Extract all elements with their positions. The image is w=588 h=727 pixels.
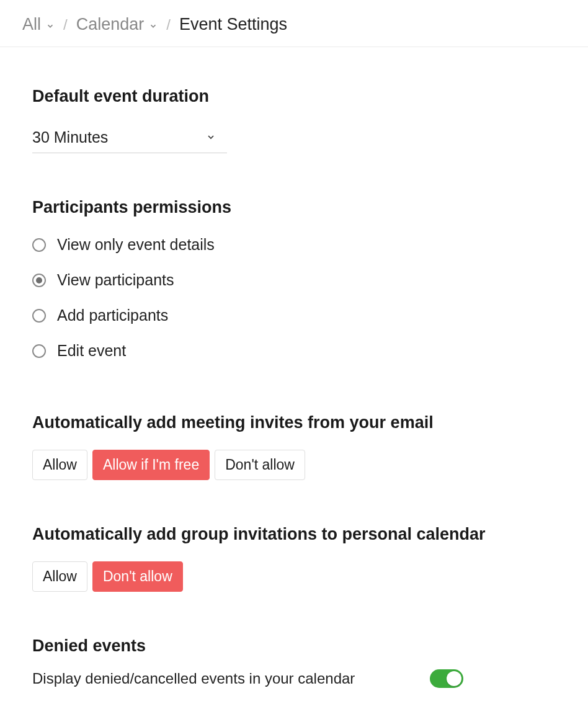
radio-icon	[32, 344, 46, 358]
permission-option-view-details[interactable]: View only event details	[32, 227, 556, 262]
radio-label: Add participants	[57, 306, 168, 324]
section-duration: Default event duration 30 Minutes	[32, 87, 556, 153]
radio-icon	[32, 238, 46, 252]
breadcrumb-mid-label: Calendar	[76, 15, 145, 34]
meeting-invites-title: Automatically add meeting invites from y…	[32, 413, 556, 432]
section-denied-events: Denied events Display denied/cancelled e…	[32, 636, 556, 688]
chevron-down-icon	[46, 22, 55, 30]
breadcrumb-mid[interactable]: Calendar	[76, 15, 158, 34]
group-invites-allow[interactable]: Allow	[32, 561, 87, 592]
section-group-invites: Automatically add group invitations to p…	[32, 525, 556, 592]
duration-title: Default event duration	[32, 87, 556, 106]
content: Default event duration 30 Minutes Partic…	[0, 47, 588, 727]
breadcrumb-separator: /	[166, 16, 171, 33]
group-invites-dont-allow[interactable]: Don't allow	[92, 561, 183, 592]
breadcrumb: All / Calendar / Event Settings	[0, 0, 588, 47]
radio-icon	[32, 309, 46, 323]
radio-label: View participants	[57, 271, 174, 289]
meeting-invites-group: Allow Allow if I'm free Don't allow	[32, 450, 556, 480]
section-meeting-invites: Automatically add meeting invites from y…	[32, 413, 556, 480]
section-permissions: Participants permissions View only event…	[32, 198, 556, 368]
breadcrumb-current: Event Settings	[179, 15, 287, 34]
denied-toggle[interactable]	[430, 669, 463, 688]
radio-label: Edit event	[57, 342, 126, 360]
breadcrumb-current-label: Event Settings	[179, 15, 287, 34]
breadcrumb-separator: /	[63, 16, 68, 33]
group-invites-group: Allow Don't allow	[32, 561, 556, 592]
radio-label: View only event details	[57, 236, 215, 254]
chevron-down-icon	[206, 132, 216, 142]
denied-title: Denied events	[32, 636, 556, 656]
meeting-invites-allow-if-free[interactable]: Allow if I'm free	[92, 450, 210, 480]
permission-option-add-participants[interactable]: Add participants	[32, 298, 556, 333]
switch-knob	[447, 671, 461, 686]
denied-label: Display denied/cancelled events in your …	[32, 670, 355, 687]
duration-select-value: 30 Minutes	[32, 128, 108, 146]
chevron-down-icon	[149, 22, 158, 30]
meeting-invites-allow[interactable]: Allow	[32, 450, 87, 480]
permission-option-edit-event[interactable]: Edit event	[32, 333, 556, 368]
meeting-invites-dont-allow[interactable]: Don't allow	[215, 450, 305, 480]
denied-row: Display denied/cancelled events in your …	[32, 669, 463, 688]
permission-option-view-participants[interactable]: View participants	[32, 262, 556, 298]
group-invites-title: Automatically add group invitations to p…	[32, 525, 556, 544]
permissions-radio-group: View only event details View participant…	[32, 227, 556, 368]
radio-icon	[32, 274, 46, 287]
duration-select[interactable]: 30 Minutes	[32, 128, 227, 153]
permissions-title: Participants permissions	[32, 198, 556, 217]
breadcrumb-root[interactable]: All	[22, 15, 55, 34]
breadcrumb-root-label: All	[22, 15, 41, 34]
